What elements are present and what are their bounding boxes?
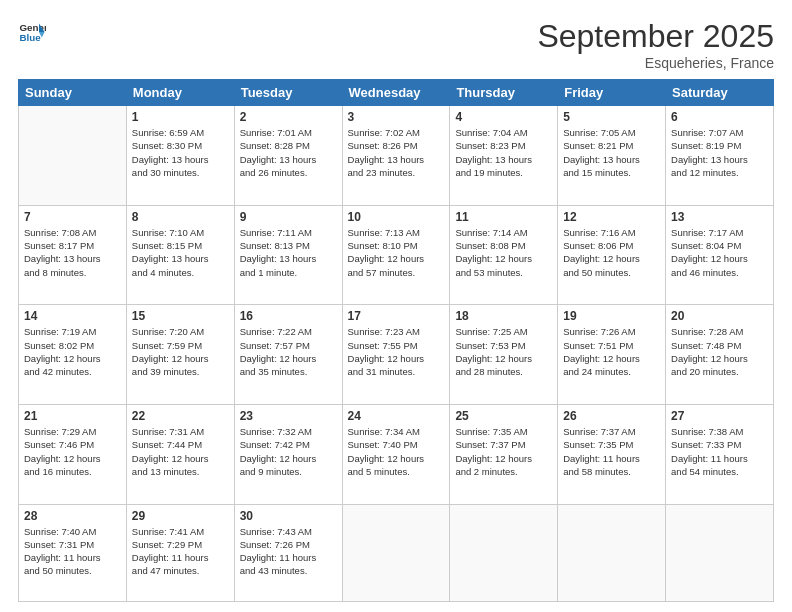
calendar-cell: 7Sunrise: 7:08 AM Sunset: 8:17 PM Daylig… [19, 205, 127, 305]
calendar-week-row: 21Sunrise: 7:29 AM Sunset: 7:46 PM Dayli… [19, 404, 774, 504]
day-number: 15 [132, 309, 229, 323]
calendar-table: SundayMondayTuesdayWednesdayThursdayFrid… [18, 79, 774, 602]
day-number: 28 [24, 509, 121, 523]
day-info: Sunrise: 7:22 AM Sunset: 7:57 PM Dayligh… [240, 325, 337, 378]
logo: General Blue [18, 18, 46, 46]
day-info: Sunrise: 7:32 AM Sunset: 7:42 PM Dayligh… [240, 425, 337, 478]
day-number: 7 [24, 210, 121, 224]
calendar-cell: 17Sunrise: 7:23 AM Sunset: 7:55 PM Dayli… [342, 305, 450, 405]
day-of-week-header: Wednesday [342, 80, 450, 106]
day-number: 27 [671, 409, 768, 423]
day-of-week-header: Saturday [666, 80, 774, 106]
calendar-cell: 30Sunrise: 7:43 AM Sunset: 7:26 PM Dayli… [234, 504, 342, 601]
calendar-cell: 1Sunrise: 6:59 AM Sunset: 8:30 PM Daylig… [126, 106, 234, 206]
day-number: 9 [240, 210, 337, 224]
day-number: 1 [132, 110, 229, 124]
calendar-cell: 8Sunrise: 7:10 AM Sunset: 8:15 PM Daylig… [126, 205, 234, 305]
day-number: 22 [132, 409, 229, 423]
day-number: 19 [563, 309, 660, 323]
calendar-cell [666, 504, 774, 601]
day-of-week-header: Tuesday [234, 80, 342, 106]
calendar-cell [450, 504, 558, 601]
calendar-cell: 9Sunrise: 7:11 AM Sunset: 8:13 PM Daylig… [234, 205, 342, 305]
calendar-cell [342, 504, 450, 601]
day-info: Sunrise: 7:17 AM Sunset: 8:04 PM Dayligh… [671, 226, 768, 279]
day-of-week-header: Monday [126, 80, 234, 106]
day-header-row: SundayMondayTuesdayWednesdayThursdayFrid… [19, 80, 774, 106]
day-number: 12 [563, 210, 660, 224]
day-number: 29 [132, 509, 229, 523]
calendar-cell: 27Sunrise: 7:38 AM Sunset: 7:33 PM Dayli… [666, 404, 774, 504]
day-info: Sunrise: 7:28 AM Sunset: 7:48 PM Dayligh… [671, 325, 768, 378]
calendar-cell: 6Sunrise: 7:07 AM Sunset: 8:19 PM Daylig… [666, 106, 774, 206]
day-number: 3 [348, 110, 445, 124]
day-info: Sunrise: 7:08 AM Sunset: 8:17 PM Dayligh… [24, 226, 121, 279]
page: General Blue September 2025 Esqueheries,… [0, 0, 792, 612]
day-number: 2 [240, 110, 337, 124]
day-number: 21 [24, 409, 121, 423]
day-info: Sunrise: 7:41 AM Sunset: 7:29 PM Dayligh… [132, 525, 229, 578]
calendar-cell: 15Sunrise: 7:20 AM Sunset: 7:59 PM Dayli… [126, 305, 234, 405]
calendar-week-row: 14Sunrise: 7:19 AM Sunset: 8:02 PM Dayli… [19, 305, 774, 405]
day-number: 25 [455, 409, 552, 423]
day-number: 26 [563, 409, 660, 423]
day-info: Sunrise: 7:34 AM Sunset: 7:40 PM Dayligh… [348, 425, 445, 478]
calendar-cell: 23Sunrise: 7:32 AM Sunset: 7:42 PM Dayli… [234, 404, 342, 504]
day-of-week-header: Sunday [19, 80, 127, 106]
day-number: 10 [348, 210, 445, 224]
day-info: Sunrise: 7:29 AM Sunset: 7:46 PM Dayligh… [24, 425, 121, 478]
calendar-cell: 19Sunrise: 7:26 AM Sunset: 7:51 PM Dayli… [558, 305, 666, 405]
day-info: Sunrise: 7:35 AM Sunset: 7:37 PM Dayligh… [455, 425, 552, 478]
day-number: 5 [563, 110, 660, 124]
day-info: Sunrise: 7:31 AM Sunset: 7:44 PM Dayligh… [132, 425, 229, 478]
title-block: September 2025 Esqueheries, France [537, 18, 774, 71]
calendar-cell: 25Sunrise: 7:35 AM Sunset: 7:37 PM Dayli… [450, 404, 558, 504]
location: Esqueheries, France [537, 55, 774, 71]
calendar-cell: 12Sunrise: 7:16 AM Sunset: 8:06 PM Dayli… [558, 205, 666, 305]
calendar-cell: 22Sunrise: 7:31 AM Sunset: 7:44 PM Dayli… [126, 404, 234, 504]
day-info: Sunrise: 7:38 AM Sunset: 7:33 PM Dayligh… [671, 425, 768, 478]
day-number: 20 [671, 309, 768, 323]
day-number: 11 [455, 210, 552, 224]
calendar-cell [19, 106, 127, 206]
calendar-cell: 5Sunrise: 7:05 AM Sunset: 8:21 PM Daylig… [558, 106, 666, 206]
day-info: Sunrise: 6:59 AM Sunset: 8:30 PM Dayligh… [132, 126, 229, 179]
day-of-week-header: Friday [558, 80, 666, 106]
day-info: Sunrise: 7:14 AM Sunset: 8:08 PM Dayligh… [455, 226, 552, 279]
calendar-week-row: 28Sunrise: 7:40 AM Sunset: 7:31 PM Dayli… [19, 504, 774, 601]
day-info: Sunrise: 7:20 AM Sunset: 7:59 PM Dayligh… [132, 325, 229, 378]
day-info: Sunrise: 7:26 AM Sunset: 7:51 PM Dayligh… [563, 325, 660, 378]
day-info: Sunrise: 7:16 AM Sunset: 8:06 PM Dayligh… [563, 226, 660, 279]
calendar-week-row: 7Sunrise: 7:08 AM Sunset: 8:17 PM Daylig… [19, 205, 774, 305]
calendar-cell: 20Sunrise: 7:28 AM Sunset: 7:48 PM Dayli… [666, 305, 774, 405]
day-info: Sunrise: 7:02 AM Sunset: 8:26 PM Dayligh… [348, 126, 445, 179]
day-number: 8 [132, 210, 229, 224]
day-number: 18 [455, 309, 552, 323]
calendar-cell: 13Sunrise: 7:17 AM Sunset: 8:04 PM Dayli… [666, 205, 774, 305]
day-info: Sunrise: 7:25 AM Sunset: 7:53 PM Dayligh… [455, 325, 552, 378]
day-number: 23 [240, 409, 337, 423]
calendar-cell: 21Sunrise: 7:29 AM Sunset: 7:46 PM Dayli… [19, 404, 127, 504]
day-number: 14 [24, 309, 121, 323]
logo-icon: General Blue [18, 18, 46, 46]
calendar-cell: 28Sunrise: 7:40 AM Sunset: 7:31 PM Dayli… [19, 504, 127, 601]
month-title: September 2025 [537, 18, 774, 55]
day-info: Sunrise: 7:01 AM Sunset: 8:28 PM Dayligh… [240, 126, 337, 179]
calendar-cell: 14Sunrise: 7:19 AM Sunset: 8:02 PM Dayli… [19, 305, 127, 405]
calendar-cell: 26Sunrise: 7:37 AM Sunset: 7:35 PM Dayli… [558, 404, 666, 504]
day-info: Sunrise: 7:43 AM Sunset: 7:26 PM Dayligh… [240, 525, 337, 578]
calendar-cell [558, 504, 666, 601]
day-number: 4 [455, 110, 552, 124]
day-info: Sunrise: 7:11 AM Sunset: 8:13 PM Dayligh… [240, 226, 337, 279]
day-info: Sunrise: 7:40 AM Sunset: 7:31 PM Dayligh… [24, 525, 121, 578]
day-of-week-header: Thursday [450, 80, 558, 106]
day-info: Sunrise: 7:23 AM Sunset: 7:55 PM Dayligh… [348, 325, 445, 378]
day-number: 13 [671, 210, 768, 224]
calendar-cell: 29Sunrise: 7:41 AM Sunset: 7:29 PM Dayli… [126, 504, 234, 601]
calendar-cell: 3Sunrise: 7:02 AM Sunset: 8:26 PM Daylig… [342, 106, 450, 206]
day-number: 24 [348, 409, 445, 423]
day-info: Sunrise: 7:07 AM Sunset: 8:19 PM Dayligh… [671, 126, 768, 179]
calendar-cell: 18Sunrise: 7:25 AM Sunset: 7:53 PM Dayli… [450, 305, 558, 405]
day-info: Sunrise: 7:10 AM Sunset: 8:15 PM Dayligh… [132, 226, 229, 279]
day-number: 6 [671, 110, 768, 124]
